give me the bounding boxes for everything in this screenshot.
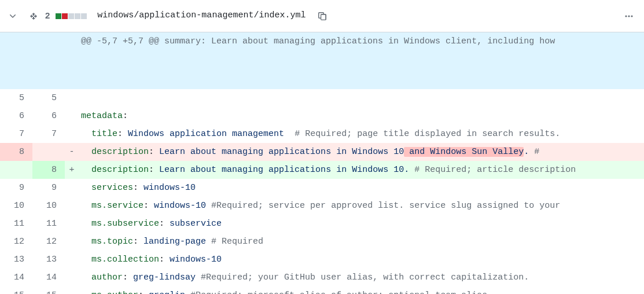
collapse-toggle[interactable] [5,8,21,24]
old-line-number[interactable]: 6 [0,107,32,125]
diffstat-square [68,13,74,19]
diffstat-square [81,13,87,19]
svg-point-1 [628,15,630,17]
code-cell[interactable]: ms.service: windows-10 #Required; servic… [79,197,644,215]
old-line-number[interactable]: 15 [0,286,32,295]
code-cell[interactable] [79,89,644,107]
change-count: 2 [45,9,50,23]
old-line-number[interactable]: 14 [0,269,32,286]
diff-sign: + [65,161,79,179]
diff-table: @@ -5,7 +5,7 @@ summary: Learn about man… [0,32,644,294]
file-path[interactable]: windows/application-management/index.yml [97,9,306,23]
old-line-number[interactable]: 11 [0,215,32,233]
hunk-header: @@ -5,7 +5,7 @@ summary: Learn about man… [0,32,644,89]
copy-path-button[interactable] [315,8,331,24]
diff-line: 1010 ms.service: windows-10 #Required; s… [0,197,644,215]
diff-sign [65,251,79,269]
new-line-number[interactable]: 6 [32,107,65,125]
old-line-number[interactable]: 13 [0,251,32,269]
file-actions-menu[interactable] [621,8,637,24]
old-line-number[interactable]: 8 [0,143,32,161]
diff-sign [65,233,79,251]
diffstat-square [56,13,61,19]
expand-all-icon[interactable] [25,8,42,24]
diff-line: 77 title: Windows application management… [0,125,644,143]
new-line-number[interactable]: 9 [32,179,65,197]
code-cell[interactable]: description: Learn about managing applic… [79,161,644,179]
new-line-number[interactable]: 8 [32,161,65,179]
diffstat[interactable] [56,13,87,19]
code-cell[interactable]: description: Learn about managing applic… [79,143,644,161]
diff-line: 1111 ms.subservice: subservice [0,215,644,233]
new-line-number[interactable]: 11 [32,215,65,233]
diff-line: 8+ description: Learn about managing app… [0,161,644,179]
diff-sign [65,286,79,295]
diffstat-square [75,13,80,19]
code-cell[interactable]: author: greg-lindsay #Required; your Git… [79,269,644,286]
diff-line: 1414 author: greg-lindsay #Required; you… [0,269,644,286]
diff-sign [65,125,79,143]
hunk-text: @@ -5,7 +5,7 @@ summary: Learn about man… [79,32,644,89]
new-line-number[interactable]: 12 [32,233,65,251]
new-line-number[interactable]: 5 [32,89,65,107]
diff-line: 1515 ms.author: greglin #Required; micro… [0,286,644,295]
svg-point-2 [631,15,632,17]
code-cell[interactable]: ms.collection: windows-10 [79,251,644,269]
diff-line: 99 services: windows-10 [0,179,644,197]
svg-point-0 [625,15,627,17]
diff-sign [65,89,79,107]
new-line-number[interactable]: 10 [32,197,65,215]
old-line-number[interactable]: 9 [0,179,32,197]
expand-up-icon[interactable] [42,50,65,68]
diff-sign [65,215,79,233]
diff-line: 1212 ms.topic: landing-page # Required [0,233,644,251]
new-line-number[interactable]: 13 [32,251,65,269]
diff-sign [65,107,79,125]
diff-sign [65,197,79,215]
diff-line: 66metadata: [0,107,644,125]
old-line-number[interactable] [0,161,32,179]
diffstat-square [62,13,68,19]
code-cell[interactable]: ms.topic: landing-page # Required [79,233,644,251]
diff-sign [65,179,79,197]
new-line-number[interactable]: 15 [32,286,65,295]
new-line-number[interactable]: 7 [32,125,65,143]
new-line-number[interactable]: 14 [32,269,65,286]
diff-sign: - [65,143,79,161]
code-cell[interactable]: metadata: [79,107,644,125]
old-line-number[interactable]: 7 [0,125,32,143]
file-header: 2 windows/application-management/index.y… [0,0,644,32]
old-line-number[interactable]: 5 [0,89,32,107]
old-line-number[interactable]: 10 [0,197,32,215]
diff-line: 8- description: Learn about managing app… [0,143,644,161]
diff-sign [65,269,79,286]
diff-line: 55 [0,89,644,107]
code-cell[interactable]: title: Windows application management # … [79,125,644,143]
code-cell[interactable]: ms.subservice: subservice [79,215,644,233]
new-line-number[interactable] [32,143,65,161]
code-cell[interactable]: ms.author: greglin #Required; microsoft … [79,286,644,295]
diff-line: 1313 ms.collection: windows-10 [0,251,644,269]
old-line-number[interactable]: 12 [0,233,32,251]
code-cell[interactable]: services: windows-10 [79,179,644,197]
